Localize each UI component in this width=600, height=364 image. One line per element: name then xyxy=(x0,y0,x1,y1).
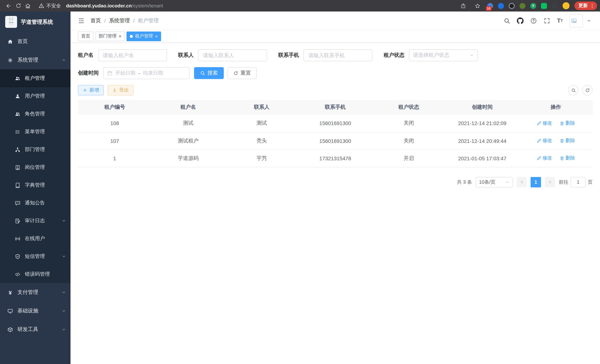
sidebar-item-department[interactable]: 部门管理 xyxy=(0,141,71,159)
sidebar-item-online-users[interactable]: 在线用户 xyxy=(0,230,71,247)
active-dot xyxy=(130,35,133,38)
sidebar-item-post[interactable]: 岗位管理 xyxy=(0,159,71,176)
chevron-up-icon xyxy=(62,58,66,62)
add-button[interactable]: 新增 xyxy=(78,85,104,95)
app-header: 首页 / 系统管理 / 租户管理 TT xyxy=(71,11,600,30)
create-time-range-picker[interactable]: 开始日期 - 结束日期 xyxy=(103,67,190,79)
status-text: 关闭 xyxy=(372,115,445,132)
tenant-name-input[interactable] xyxy=(102,52,163,59)
edit-button[interactable]: 修改 xyxy=(536,120,552,127)
table-header-row: 租户编号 租户名 联系人 联系手机 租户状态 创建时间 操作 xyxy=(78,100,593,115)
user-menu-caret-icon[interactable] xyxy=(587,18,591,23)
mobile-input[interactable] xyxy=(308,52,368,59)
edit-button[interactable]: 修改 xyxy=(536,138,552,144)
breadcrumb: 首页 / 系统管理 / 租户管理 xyxy=(91,17,159,24)
close-icon[interactable]: × xyxy=(155,34,158,38)
extension-icon[interactable] xyxy=(519,3,525,9)
sidebar-menu: 首页 系统管理 租户管理 用户管理 xyxy=(0,32,71,339)
sidebar-item-infrastructure[interactable]: 基础设施 xyxy=(0,302,71,320)
reset-button[interactable]: 重置 xyxy=(227,67,257,79)
update-label: 更新 xyxy=(579,3,588,9)
goto-label: 前往 xyxy=(559,179,568,185)
edit-icon xyxy=(536,156,541,161)
app-logo[interactable]: 芋道管理系统 xyxy=(0,11,71,32)
extension-icon[interactable] xyxy=(552,3,558,9)
sidebar-item-error-code[interactable]: 错误码管理 xyxy=(0,265,71,283)
address-bar[interactable]: dashboard.yudao.iocoder.cn/system/tenant xyxy=(66,3,458,9)
prev-page-button[interactable] xyxy=(516,177,527,187)
status-label: 租户状态 xyxy=(384,52,404,59)
fullscreen-icon[interactable] xyxy=(544,17,550,24)
sidebar-item-home[interactable]: 首页 xyxy=(0,32,71,51)
tag-department[interactable]: 部门管理 × xyxy=(95,31,125,41)
user-icon xyxy=(15,93,20,99)
error-code-icon xyxy=(15,271,20,277)
sidebar-item-role[interactable]: 角色管理 xyxy=(0,105,71,123)
status-select[interactable]: 请选择租户状态 xyxy=(409,49,478,61)
contact-input-wrap xyxy=(198,49,267,61)
browser-reload-icon[interactable] xyxy=(13,1,23,10)
extension-icon[interactable] xyxy=(498,3,504,9)
sidebar-item-payment[interactable]: ¥ 支付管理 xyxy=(0,283,71,302)
trash-icon xyxy=(560,156,564,161)
help-icon[interactable] xyxy=(530,17,537,24)
sidebar-collapse-icon[interactable] xyxy=(78,17,84,24)
sidebar-item-dev-tools[interactable]: 研发工具 xyxy=(0,320,71,339)
sidebar-item-notice[interactable]: 通知公告 xyxy=(0,194,71,212)
browser-profile-avatar[interactable] xyxy=(562,2,570,9)
contact-input[interactable] xyxy=(202,52,263,59)
tag-home[interactable]: 首页 xyxy=(78,31,94,41)
sidebar: 芋道管理系统 首页 系统管理 租户管理 xyxy=(0,11,71,364)
date-end-placeholder: 结束日期 xyxy=(143,70,163,76)
sidebar-item-dictionary[interactable]: 字典管理 xyxy=(0,176,71,194)
bookmark-star-icon[interactable] xyxy=(473,1,482,10)
github-icon[interactable] xyxy=(517,17,524,24)
department-icon xyxy=(15,147,20,152)
page-size-select[interactable]: 10条/页 xyxy=(476,177,513,187)
browser-update-button[interactable]: 更新 xyxy=(574,1,597,10)
close-icon[interactable]: × xyxy=(119,34,121,38)
refresh-table-button[interactable] xyxy=(582,85,593,95)
kebab-menu-icon[interactable] xyxy=(590,3,595,8)
payment-icon: ¥ xyxy=(7,289,13,296)
sidebar-item-user[interactable]: 用户管理 xyxy=(0,87,71,105)
extension-icon[interactable]: Y xyxy=(530,3,536,9)
edit-button[interactable]: 修改 xyxy=(536,155,552,162)
breadcrumb-system[interactable]: 系统管理 xyxy=(109,17,130,24)
menu-list-icon xyxy=(15,129,20,134)
sidebar-item-tenant[interactable]: 租户管理 xyxy=(0,69,71,87)
next-page-button[interactable] xyxy=(545,177,555,187)
sidebar-item-menu[interactable]: 菜单管理 xyxy=(0,123,71,141)
font-size-icon[interactable]: TT xyxy=(557,18,563,24)
table-row: 108 测试 测试 15601691300 关闭 2021-12-14 21:0… xyxy=(78,115,593,132)
arrow-right-icon xyxy=(547,180,552,184)
goto-page-input[interactable] xyxy=(571,177,586,187)
chevron-down-icon xyxy=(469,53,474,57)
home-icon xyxy=(7,39,13,44)
toggle-search-button[interactable] xyxy=(568,85,579,95)
tenant-icon xyxy=(15,75,20,81)
delete-button[interactable]: 删除 xyxy=(560,138,575,144)
avatar[interactable] xyxy=(570,14,583,27)
url-path: /system/tenant xyxy=(132,3,163,9)
delete-button[interactable]: 删除 xyxy=(560,120,575,127)
browser-back-icon[interactable] xyxy=(4,1,13,10)
browser-home-icon[interactable] xyxy=(23,1,33,10)
extension-icon[interactable] xyxy=(541,3,547,9)
security-chip[interactable]: 不安全 xyxy=(38,2,61,9)
sidebar-item-sms[interactable]: 短信管理 xyxy=(0,247,71,265)
col-mobile: 联系手机 xyxy=(299,100,372,115)
export-button[interactable]: 导出 xyxy=(108,85,134,95)
sidebar-item-audit-log[interactable]: 审计日志 xyxy=(0,212,71,230)
share-icon[interactable] xyxy=(458,1,468,10)
search-icon[interactable] xyxy=(504,17,510,24)
sidebar-item-system[interactable]: 系统管理 xyxy=(0,51,71,69)
tag-tenant[interactable]: 租户管理 × xyxy=(127,31,161,41)
breadcrumb-home[interactable]: 首页 xyxy=(91,17,101,24)
search-button[interactable]: 搜索 xyxy=(194,67,224,79)
extension-icon[interactable] xyxy=(509,3,515,9)
page-number-1[interactable]: 1 xyxy=(531,177,541,187)
extension-icon[interactable]: 10 xyxy=(487,3,493,9)
delete-button[interactable]: 删除 xyxy=(560,155,575,162)
total-count: 共 3 条 xyxy=(457,179,472,185)
